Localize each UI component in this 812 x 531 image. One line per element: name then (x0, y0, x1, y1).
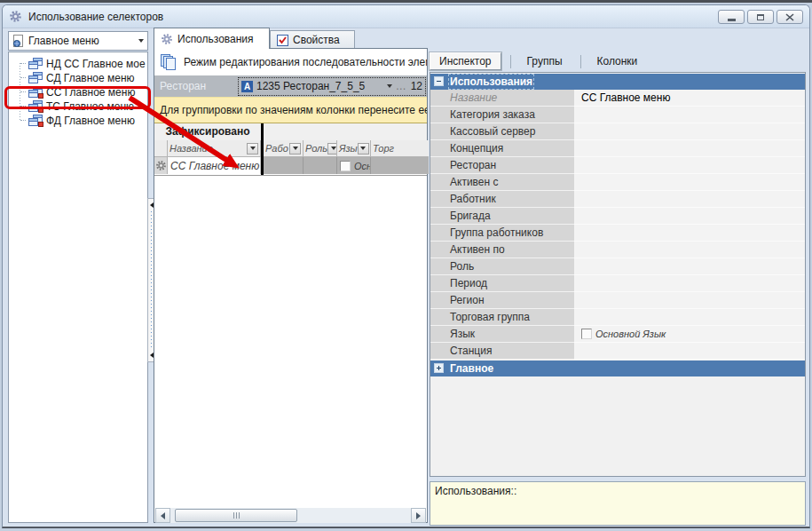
clipped-value: 12 (411, 80, 422, 92)
minimize-button[interactable] (718, 10, 745, 24)
chevron-down-icon[interactable] (387, 84, 392, 88)
cell-trade[interactable] (371, 157, 429, 174)
property-value[interactable] (574, 343, 805, 360)
property-value[interactable] (574, 275, 805, 292)
inspector-grid: Использования Название СС Главное меню К… (430, 72, 806, 477)
horizontal-scrollbar[interactable] (155, 508, 426, 523)
property-value[interactable]: СС Главное меню (574, 90, 805, 107)
property-label[interactable]: Язык (430, 326, 574, 343)
property-value[interactable] (574, 174, 805, 191)
expand-icon[interactable] (434, 363, 444, 373)
property-label[interactable]: Категория заказа (430, 107, 574, 123)
property-label[interactable]: Группа работников (430, 225, 574, 242)
tree-item-sd[interactable]: СД Главное меню (9, 71, 147, 85)
description-text: Использования:: (435, 485, 516, 497)
ellipsis-button[interactable]: … (396, 80, 407, 92)
tab-properties[interactable]: Свойства (270, 30, 355, 49)
property-row: Бригада (430, 208, 805, 225)
tab-columns[interactable]: Колонки (588, 53, 647, 69)
cell-language[interactable]: Осн (337, 157, 371, 174)
filter-button[interactable] (358, 143, 369, 155)
scroll-right-icon (416, 512, 421, 519)
selector-tree[interactable]: НД СС Главное мое СД Главное меню СС Гла… (8, 52, 148, 523)
row-indicator-header (154, 140, 168, 157)
grid-data-row[interactable]: СС Главное меню Осн (154, 157, 427, 176)
selector-type-value: Главное меню (28, 35, 134, 47)
language-checkbox[interactable] (340, 161, 351, 171)
cell-role[interactable] (304, 157, 337, 174)
property-label[interactable]: Бригада (430, 208, 574, 225)
property-row: Станция (430, 343, 805, 360)
main-language-checkbox[interactable] (581, 329, 592, 339)
inspector-tab-strip: Инспектор Группы Колонки (430, 52, 648, 71)
property-label[interactable]: Название (430, 90, 574, 107)
property-label[interactable]: Период (430, 275, 574, 292)
section-main[interactable]: Главное (430, 361, 805, 376)
filter-button[interactable] (247, 143, 258, 155)
main-language-label: Основной Язык (595, 329, 666, 339)
chevron-down-icon (138, 39, 144, 43)
language-checkbox-label: Осн (354, 161, 371, 171)
section-usages[interactable]: Использования (430, 74, 805, 90)
property-row: Роль (430, 258, 805, 275)
property-label[interactable]: Работник (430, 191, 574, 208)
property-value[interactable] (574, 225, 805, 242)
tab-label: Свойства (293, 34, 340, 46)
filter-button[interactable] (327, 143, 337, 155)
collapse-icon[interactable] (434, 76, 444, 86)
background-window-edge (0, 0, 812, 3)
property-value[interactable] (574, 309, 805, 326)
property-label[interactable]: Регион (430, 292, 574, 309)
scrollbar-thumb[interactable] (175, 509, 297, 522)
property-row: Торговая группа (430, 309, 805, 326)
column-header-trade[interactable]: Торг (371, 140, 429, 157)
column-header-language[interactable]: Язы (337, 140, 371, 157)
edit-mode-toolbar[interactable]: Режим редактирования последовательности … (154, 49, 427, 76)
cell-worker[interactable] (264, 157, 304, 174)
tab-usages[interactable]: Использования (154, 28, 270, 49)
property-label[interactable]: Роль (430, 258, 574, 275)
property-label[interactable]: Активен с (430, 174, 574, 191)
tree-item-fd[interactable]: ФД Главное меню (9, 114, 147, 128)
property-value[interactable] (574, 292, 805, 309)
row-indicator-cell (154, 157, 168, 174)
restaurant-combo[interactable]: A 1235 Ресторан_7_5_5 … 12 (238, 77, 426, 96)
column-header-role[interactable]: Роль (304, 140, 337, 157)
property-label[interactable]: Кассовый сервер (430, 123, 574, 140)
property-value[interactable] (574, 157, 805, 174)
filter-button[interactable] (289, 143, 301, 155)
cell-name[interactable]: СС Главное меню (168, 157, 261, 174)
restore-button[interactable] (747, 10, 774, 24)
property-value[interactable] (574, 140, 805, 157)
property-value[interactable] (574, 258, 805, 275)
property-row: Группа работников (430, 225, 805, 242)
property-row: Ресторан (430, 157, 805, 174)
title-bar[interactable]: Использование селекторов (3, 5, 809, 28)
property-label[interactable]: Торговая группа (430, 309, 574, 326)
property-value[interactable] (574, 242, 805, 258)
property-value[interactable] (574, 208, 805, 225)
property-value[interactable] (574, 191, 805, 208)
property-row: Категория заказа (430, 107, 805, 123)
fixed-band-header[interactable]: Зафиксировано (154, 123, 427, 141)
property-label[interactable]: Активен по (430, 242, 574, 258)
annotation-highlight-box (4, 86, 151, 109)
column-header-name[interactable]: Название (168, 140, 261, 157)
property-value[interactable] (574, 123, 805, 140)
tab-groups[interactable]: Группы (518, 53, 572, 69)
restore-icon (757, 14, 764, 20)
selector-type-combo[interactable]: Главное меню (8, 31, 148, 51)
gear-icon (161, 33, 173, 45)
tab-inspector[interactable]: Инспектор (430, 52, 501, 70)
scroll-right-button[interactable] (411, 508, 426, 523)
tree-item-nd-ss[interactable]: НД СС Главное мое (9, 57, 147, 71)
close-button[interactable] (777, 10, 803, 24)
property-label[interactable]: Станция (430, 343, 574, 360)
property-label[interactable]: Ресторан (430, 157, 574, 174)
field-type-icon: A (241, 81, 253, 92)
column-header-worker[interactable]: Рабо (264, 140, 304, 157)
property-value[interactable] (574, 107, 805, 123)
property-value[interactable]: Основной Язык (574, 326, 805, 343)
scroll-left-button[interactable] (155, 508, 170, 523)
property-label[interactable]: Концепция (430, 140, 574, 157)
